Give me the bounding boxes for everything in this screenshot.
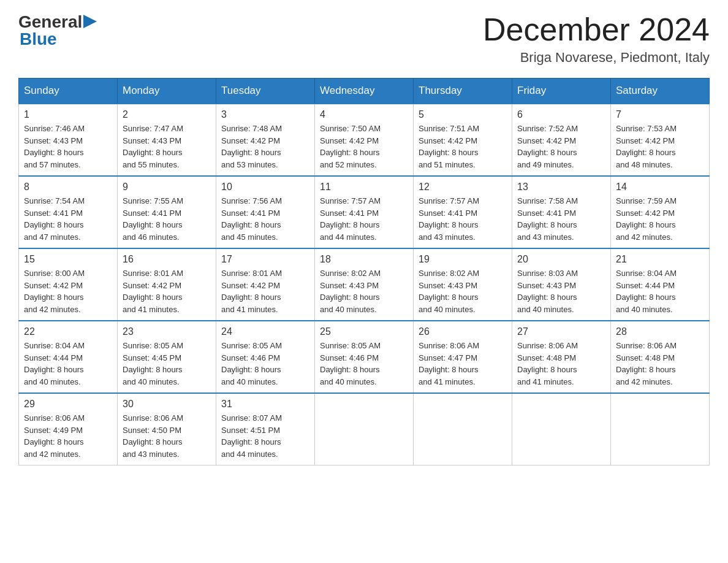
table-row: 20 Sunrise: 8:03 AMSunset: 4:43 PMDaylig… <box>512 248 611 321</box>
table-row: 16 Sunrise: 8:01 AMSunset: 4:42 PMDaylig… <box>118 248 216 321</box>
day-info: Sunrise: 7:56 AMSunset: 4:41 PMDaylight:… <box>221 195 309 243</box>
day-info: Sunrise: 7:51 AMSunset: 4:42 PMDaylight:… <box>419 123 507 170</box>
table-row: 7 Sunrise: 7:53 AMSunset: 4:42 PMDayligh… <box>611 104 710 176</box>
day-info: Sunrise: 7:55 AMSunset: 4:41 PMDaylight:… <box>123 195 211 243</box>
day-number: 30 <box>123 399 211 410</box>
table-row: 31 Sunrise: 8:07 AMSunset: 4:51 PMDaylig… <box>216 393 315 465</box>
day-number: 31 <box>221 399 309 410</box>
day-number: 3 <box>221 109 309 120</box>
table-row: 24 Sunrise: 8:05 AMSunset: 4:46 PMDaylig… <box>216 321 315 393</box>
table-row <box>512 393 611 465</box>
day-number: 21 <box>616 254 704 265</box>
day-info: Sunrise: 8:04 AMSunset: 4:44 PMDaylight:… <box>24 340 112 388</box>
table-row: 2 Sunrise: 7:47 AMSunset: 4:43 PMDayligh… <box>118 104 216 176</box>
day-number: 8 <box>24 182 112 193</box>
day-number: 1 <box>24 109 112 120</box>
day-number: 24 <box>221 326 309 337</box>
calendar-week-row: 8 Sunrise: 7:54 AMSunset: 4:41 PMDayligh… <box>19 176 710 248</box>
calendar-week-row: 22 Sunrise: 8:04 AMSunset: 4:44 PMDaylig… <box>19 321 710 393</box>
day-number: 27 <box>517 326 605 337</box>
day-info: Sunrise: 7:54 AMSunset: 4:41 PMDaylight:… <box>24 195 112 243</box>
day-info: Sunrise: 7:47 AMSunset: 4:43 PMDaylight:… <box>123 123 211 170</box>
day-info: Sunrise: 7:50 AMSunset: 4:42 PMDaylight:… <box>320 123 408 170</box>
day-info: Sunrise: 7:46 AMSunset: 4:43 PMDaylight:… <box>24 123 112 170</box>
table-row: 21 Sunrise: 8:04 AMSunset: 4:44 PMDaylig… <box>611 248 710 321</box>
day-number: 26 <box>419 326 507 337</box>
day-info: Sunrise: 7:59 AMSunset: 4:42 PMDaylight:… <box>616 195 704 243</box>
day-info: Sunrise: 8:06 AMSunset: 4:48 PMDaylight:… <box>517 340 605 388</box>
calendar-header-row: Sunday Monday Tuesday Wednesday Thursday… <box>19 79 710 104</box>
logo-arrow-icon <box>83 15 97 28</box>
calendar-week-row: 15 Sunrise: 8:00 AMSunset: 4:42 PMDaylig… <box>19 248 710 321</box>
page-header: General Blue December 2024 Briga Novares… <box>18 12 710 66</box>
day-info: Sunrise: 8:01 AMSunset: 4:42 PMDaylight:… <box>123 267 211 315</box>
table-row: 11 Sunrise: 7:57 AMSunset: 4:41 PMDaylig… <box>315 176 414 248</box>
table-row: 8 Sunrise: 7:54 AMSunset: 4:41 PMDayligh… <box>19 176 118 248</box>
day-number: 17 <box>221 254 309 265</box>
day-info: Sunrise: 8:03 AMSunset: 4:43 PMDaylight:… <box>517 267 605 315</box>
day-info: Sunrise: 8:05 AMSunset: 4:46 PMDaylight:… <box>221 340 309 388</box>
day-number: 7 <box>616 109 704 120</box>
table-row: 30 Sunrise: 8:06 AMSunset: 4:50 PMDaylig… <box>118 393 216 465</box>
table-row: 6 Sunrise: 7:52 AMSunset: 4:42 PMDayligh… <box>512 104 611 176</box>
day-number: 13 <box>517 182 605 193</box>
location: Briga Novarese, Piedmont, Italy <box>483 50 710 66</box>
day-number: 29 <box>24 399 112 410</box>
day-number: 20 <box>517 254 605 265</box>
day-number: 11 <box>320 182 408 193</box>
calendar-week-row: 29 Sunrise: 8:06 AMSunset: 4:49 PMDaylig… <box>19 393 710 465</box>
col-sunday: Sunday <box>19 79 118 104</box>
day-number: 28 <box>616 326 704 337</box>
table-row: 23 Sunrise: 8:05 AMSunset: 4:45 PMDaylig… <box>118 321 216 393</box>
svg-marker-0 <box>83 15 97 28</box>
day-info: Sunrise: 8:02 AMSunset: 4:43 PMDaylight:… <box>419 267 507 315</box>
table-row: 29 Sunrise: 8:06 AMSunset: 4:49 PMDaylig… <box>19 393 118 465</box>
table-row <box>611 393 710 465</box>
table-row: 13 Sunrise: 7:58 AMSunset: 4:41 PMDaylig… <box>512 176 611 248</box>
table-row: 26 Sunrise: 8:06 AMSunset: 4:47 PMDaylig… <box>414 321 512 393</box>
table-row: 5 Sunrise: 7:51 AMSunset: 4:42 PMDayligh… <box>414 104 512 176</box>
table-row: 25 Sunrise: 8:05 AMSunset: 4:46 PMDaylig… <box>315 321 414 393</box>
table-row: 19 Sunrise: 8:02 AMSunset: 4:43 PMDaylig… <box>414 248 512 321</box>
table-row: 12 Sunrise: 7:57 AMSunset: 4:41 PMDaylig… <box>414 176 512 248</box>
table-row <box>315 393 414 465</box>
col-wednesday: Wednesday <box>315 79 414 104</box>
day-info: Sunrise: 8:07 AMSunset: 4:51 PMDaylight:… <box>221 412 309 460</box>
col-friday: Friday <box>512 79 611 104</box>
table-row: 27 Sunrise: 8:06 AMSunset: 4:48 PMDaylig… <box>512 321 611 393</box>
day-info: Sunrise: 7:57 AMSunset: 4:41 PMDaylight:… <box>320 195 408 243</box>
calendar-week-row: 1 Sunrise: 7:46 AMSunset: 4:43 PMDayligh… <box>19 104 710 176</box>
day-info: Sunrise: 8:00 AMSunset: 4:42 PMDaylight:… <box>24 267 112 315</box>
col-saturday: Saturday <box>611 79 710 104</box>
day-info: Sunrise: 7:53 AMSunset: 4:42 PMDaylight:… <box>616 123 704 170</box>
day-number: 25 <box>320 326 408 337</box>
day-number: 19 <box>419 254 507 265</box>
day-number: 14 <box>616 182 704 193</box>
title-area: December 2024 Briga Novarese, Piedmont, … <box>483 12 710 66</box>
table-row <box>414 393 512 465</box>
day-number: 4 <box>320 109 408 120</box>
table-row: 1 Sunrise: 7:46 AMSunset: 4:43 PMDayligh… <box>19 104 118 176</box>
day-number: 9 <box>123 182 211 193</box>
calendar-table: Sunday Monday Tuesday Wednesday Thursday… <box>18 78 710 465</box>
day-info: Sunrise: 8:01 AMSunset: 4:42 PMDaylight:… <box>221 267 309 315</box>
day-number: 2 <box>123 109 211 120</box>
day-info: Sunrise: 8:06 AMSunset: 4:47 PMDaylight:… <box>419 340 507 388</box>
day-number: 5 <box>419 109 507 120</box>
table-row: 15 Sunrise: 8:00 AMSunset: 4:42 PMDaylig… <box>19 248 118 321</box>
day-number: 6 <box>517 109 605 120</box>
col-monday: Monday <box>118 79 216 104</box>
table-row: 14 Sunrise: 7:59 AMSunset: 4:42 PMDaylig… <box>611 176 710 248</box>
table-row: 3 Sunrise: 7:48 AMSunset: 4:42 PMDayligh… <box>216 104 315 176</box>
table-row: 17 Sunrise: 8:01 AMSunset: 4:42 PMDaylig… <box>216 248 315 321</box>
day-info: Sunrise: 8:06 AMSunset: 4:49 PMDaylight:… <box>24 412 112 460</box>
day-info: Sunrise: 7:58 AMSunset: 4:41 PMDaylight:… <box>517 195 605 243</box>
day-number: 12 <box>419 182 507 193</box>
col-tuesday: Tuesday <box>216 79 315 104</box>
table-row: 22 Sunrise: 8:04 AMSunset: 4:44 PMDaylig… <box>19 321 118 393</box>
day-info: Sunrise: 7:57 AMSunset: 4:41 PMDaylight:… <box>419 195 507 243</box>
day-info: Sunrise: 7:48 AMSunset: 4:42 PMDaylight:… <box>221 123 309 170</box>
table-row: 18 Sunrise: 8:02 AMSunset: 4:43 PMDaylig… <box>315 248 414 321</box>
table-row: 28 Sunrise: 8:06 AMSunset: 4:48 PMDaylig… <box>611 321 710 393</box>
day-info: Sunrise: 8:04 AMSunset: 4:44 PMDaylight:… <box>616 267 704 315</box>
